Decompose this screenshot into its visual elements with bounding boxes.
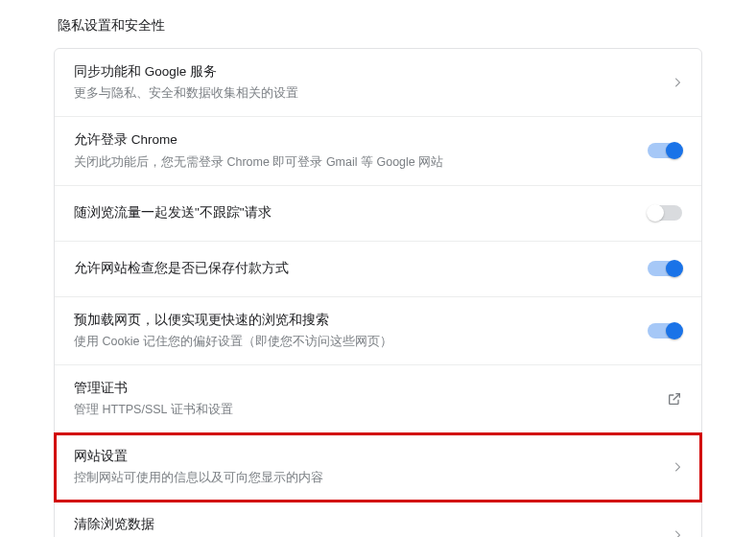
toggle-do-not-track[interactable] [648,205,682,221]
row-title: 允许登录 Chrome [74,130,644,150]
row-clear-browsing-data[interactable]: 清除浏览数据清除浏览记录、Cookie、缓存及其他数据 [55,502,701,537]
row-text: 允许网站检查您是否已保存付款方式 [74,259,644,278]
row-manage-certificates[interactable]: 管理证书管理 HTTPS/SSL 证书和设置 [55,365,701,433]
row-allow-chrome-signin[interactable]: 允许登录 Chrome关闭此功能后，您无需登录 Chrome 即可登录 Gmai… [55,117,701,185]
chevron-right-icon [644,78,682,87]
row-text: 随浏览流量一起发送"不跟踪"请求 [74,203,644,222]
toggle-preload-pages[interactable] [648,323,682,339]
row-title: 随浏览流量一起发送"不跟踪"请求 [74,203,644,222]
row-title: 管理证书 [74,379,644,398]
external-link-icon [644,391,682,407]
toggle-allow-chrome-signin[interactable] [648,143,682,158]
row-text: 管理证书管理 HTTPS/SSL 证书和设置 [74,379,644,419]
row-text: 预加载网页，以便实现更快速的浏览和搜索使用 Cookie 记住您的偏好设置（即使… [74,311,644,351]
row-subtitle: 关闭此功能后，您无需登录 Chrome 即可登录 Gmail 等 Google … [74,152,644,172]
chevron-right-icon [644,530,682,537]
row-subtitle: 管理 HTTPS/SSL 证书和设置 [74,400,644,419]
row-title: 允许网站检查您是否已保存付款方式 [74,259,644,278]
toggle-payment-check[interactable] [648,261,682,276]
row-text: 网站设置控制网站可使用的信息以及可向您显示的内容 [74,447,644,487]
row-preload-pages[interactable]: 预加载网页，以便实现更快速的浏览和搜索使用 Cookie 记住您的偏好设置（即使… [55,297,701,365]
row-subtitle: 控制网站可使用的信息以及可向您显示的内容 [74,468,644,487]
row-site-settings[interactable]: 网站设置控制网站可使用的信息以及可向您显示的内容 [55,433,701,502]
row-subtitle: 更多与隐私、安全和数据收集相关的设置 [74,83,644,103]
privacy-card: 同步功能和 Google 服务更多与隐私、安全和数据收集相关的设置允许登录 Ch… [54,48,702,537]
row-text: 同步功能和 Google 服务更多与隐私、安全和数据收集相关的设置 [74,62,644,103]
row-subtitle: 使用 Cookie 记住您的偏好设置（即使您不访问这些网页） [74,332,644,351]
row-title: 同步功能和 Google 服务 [74,62,644,82]
row-text: 允许登录 Chrome关闭此功能后，您无需登录 Chrome 即可登录 Gmai… [74,130,644,171]
row-title: 预加载网页，以便实现更快速的浏览和搜索 [74,311,644,330]
row-title: 网站设置 [74,447,644,466]
row-payment-check[interactable]: 允许网站检查您是否已保存付款方式 [55,242,701,297]
section-title: 隐私设置和安全性 [54,17,702,35]
row-sync-google-services[interactable]: 同步功能和 Google 服务更多与隐私、安全和数据收集相关的设置 [55,49,701,117]
row-text: 清除浏览数据清除浏览记录、Cookie、缓存及其他数据 [74,515,644,537]
chevron-right-icon [644,462,682,472]
row-do-not-track[interactable]: 随浏览流量一起发送"不跟踪"请求 [55,186,701,242]
row-title: 清除浏览数据 [74,515,644,534]
